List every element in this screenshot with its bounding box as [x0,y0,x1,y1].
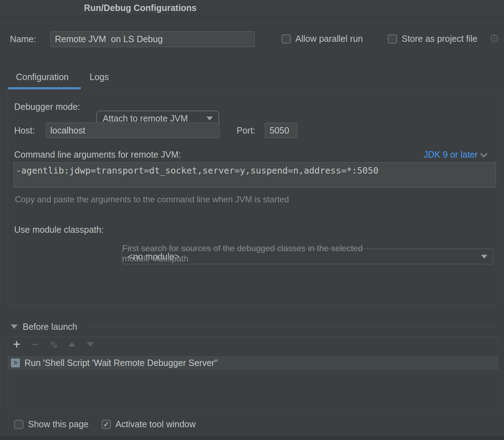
cmdline-label: Command line arguments for remote JVM: [14,150,181,160]
activate-tool-window-label: Activate tool window [115,419,196,429]
show-this-page-label: Show this page [28,419,89,429]
before-launch-task-row[interactable]: > Run 'Shell Script 'Wait Remote Debugge… [8,355,498,370]
add-button[interactable]: + [11,338,23,350]
store-as-project-file-checkbox[interactable] [388,34,397,44]
module-classpath-hint-line1: First search for sources of the debugged… [122,243,363,253]
move-down-button[interactable] [84,338,96,350]
debugger-mode-value: Attach to remote JVM [103,113,188,124]
dialog-bottom-edge [0,436,504,440]
allow-parallel-run-checkbox[interactable] [282,34,291,44]
name-input[interactable] [50,31,255,47]
tab-logs[interactable]: Logs [90,72,109,82]
store-as-project-file-label: Store as project file [402,34,477,44]
remove-button[interactable]: − [29,338,41,350]
chevron-down-icon [206,117,213,120]
module-classpath-hint-line2: module classpath [122,253,363,264]
gear-icon: ⚙ [489,32,500,45]
port-input[interactable] [265,123,298,138]
allow-parallel-run-option[interactable]: Allow parallel run [282,34,363,44]
before-launch-title: Before launch [23,322,77,332]
minus-icon: − [31,338,39,351]
before-launch-collapse-icon[interactable] [11,325,18,329]
arrow-down-icon [87,342,94,346]
show-this-page-checkbox[interactable] [14,420,23,429]
host-input[interactable] [46,123,220,138]
jdk-version-selector[interactable]: JDK 9 or later [424,150,486,160]
dialog-title-bar [0,0,504,16]
pencil-icon: ✎ [47,340,60,349]
module-classpath-hint: First search for sources of the debugged… [122,243,363,264]
port-label: Port: [237,125,255,136]
move-up-button[interactable] [66,338,78,350]
show-this-page-option[interactable]: Show this page [14,419,89,429]
tab-configuration[interactable]: Configuration [16,72,69,82]
before-launch-separator [88,327,496,327]
before-launch-task-label: Run 'Shell Script 'Wait Remote Debugger … [24,358,218,368]
allow-parallel-run-label: Allow parallel run [295,34,363,44]
arrow-up-icon [68,342,75,346]
store-settings-gear-icon[interactable]: ⚙ [489,33,504,44]
name-label: Name: [10,34,36,44]
activate-tool-window-checkbox[interactable]: ✓ [102,420,111,429]
plus-icon: + [13,338,20,351]
dialog-title: Run/Debug Configurations [84,0,197,16]
host-label: Host: [14,125,35,136]
debugger-mode-label: Debugger mode: [14,102,80,112]
cmdline-hint: Copy and paste the arguments to the comm… [15,194,289,204]
chevron-down-icon [481,255,487,259]
jdk-version-value: JDK 9 or later [424,150,478,160]
module-classpath-label: Use module classpath: [14,225,104,235]
chevron-down-icon [480,150,487,157]
edit-button[interactable]: ✎ [47,338,60,350]
before-launch-toolbar: + − ✎ [11,338,96,350]
cmdline-arguments-box[interactable]: -agentlib:jdwp=transport=dt_socket,serve… [13,162,496,188]
shell-script-run-icon: > [11,359,20,367]
store-as-project-file-option[interactable]: Store as project file [388,34,477,44]
activate-tool-window-option[interactable]: ✓ Activate tool window [102,419,196,429]
